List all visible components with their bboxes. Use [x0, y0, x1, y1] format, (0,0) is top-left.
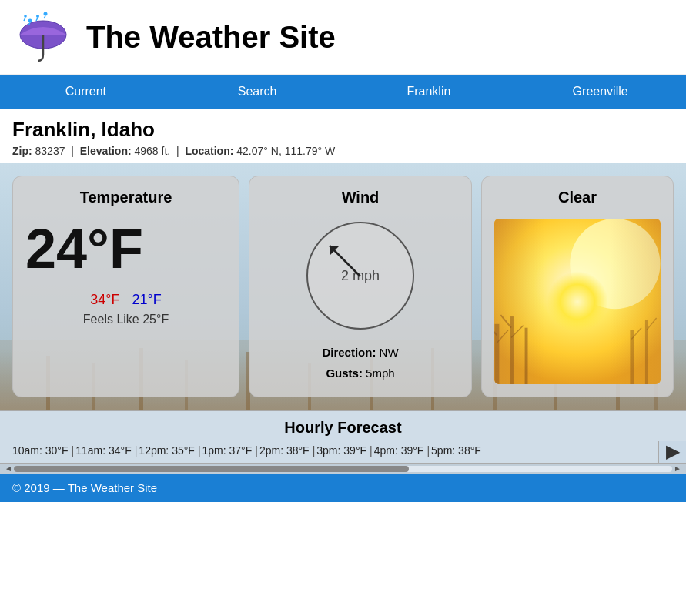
temperature-card: Temperature 24°F 34°F 21°F Feels Like 25… — [12, 176, 239, 397]
svg-rect-15 — [495, 324, 500, 384]
hourly-item: 2pm: 38°F — [259, 444, 310, 457]
nav-item-search[interactable]: Search — [172, 77, 343, 106]
elevation-label: Elevation: — [80, 145, 132, 157]
hourly-items: 10am: 30°F | 11am: 34°F | 12pm: 35°F | 1… — [0, 441, 686, 463]
nav-bar: Current Search Franklin Greenville — [0, 75, 686, 109]
nav-item-franklin[interactable]: Franklin — [343, 77, 515, 106]
hourly-item: 12pm: 35°F — [139, 444, 195, 457]
scroll-right-arrow[interactable]: ► — [672, 464, 683, 473]
sky-card: Clear — [481, 176, 674, 397]
hourly-item: 10am: 30°F — [12, 444, 69, 457]
svg-line-8 — [36, 18, 38, 21]
footer-text: © 2019 — The Weather Site — [12, 481, 157, 494]
hourly-separator: | — [427, 444, 430, 457]
temperature-title: Temperature — [25, 189, 226, 206]
svg-rect-23 — [645, 320, 648, 384]
svg-point-6 — [24, 15, 27, 18]
svg-point-14 — [570, 219, 660, 309]
svg-rect-17 — [525, 328, 528, 384]
svg-rect-13 — [494, 219, 661, 384]
temperature-low: 21°F — [132, 292, 162, 308]
wind-direction-value: NW — [380, 346, 399, 359]
location-section: Franklin, Idaho Zip: 83237 | Elevation: … — [0, 109, 686, 163]
hourly-scroll-container: 10am: 30°F | 11am: 34°F | 12pm: 35°F | 1… — [0, 441, 686, 463]
svg-line-20 — [500, 315, 511, 328]
sky-image — [494, 219, 661, 384]
wind-title: Wind — [262, 189, 459, 206]
site-title: The Weather Site — [86, 20, 336, 55]
svg-line-18 — [494, 324, 497, 336]
wind-card: Wind 2 mph Direction: NW Gusts: 5mph — [249, 176, 472, 397]
hourly-item: 1pm: 37°F — [202, 444, 253, 457]
logo-icon — [12, 6, 74, 68]
weather-section: Temperature 24°F 34°F 21°F Feels Like 25… — [0, 163, 686, 410]
location-meta: Zip: 83237 | Elevation: 4968 ft. | Locat… — [12, 145, 674, 157]
elevation-value: 4968 ft. — [134, 145, 170, 157]
svg-line-25 — [647, 318, 657, 330]
scroll-left-arrow[interactable]: ◄ — [3, 464, 14, 473]
location-name: Franklin, Idaho — [12, 118, 674, 142]
hourly-separator: | — [72, 444, 75, 457]
location-label: Location: — [185, 145, 233, 157]
scrollbar-area[interactable]: ◄ ► — [0, 463, 686, 474]
wind-direction-label: Direction: — [322, 346, 376, 359]
svg-line-19 — [497, 330, 508, 343]
feels-like: Feels Like 25°F — [25, 313, 226, 326]
hourly-section: Hourly Forecast 10am: 30°F | 11am: 34°F … — [0, 410, 686, 474]
hourly-item: 11am: 34°F — [75, 444, 132, 457]
svg-point-4 — [36, 15, 39, 18]
zip-value: 83237 — [35, 145, 65, 157]
svg-line-9 — [44, 16, 45, 19]
sky-title: Clear — [494, 189, 661, 206]
hourly-item: 4pm: 39°F — [374, 444, 424, 457]
svg-line-10 — [24, 18, 25, 21]
hourly-separator: | — [255, 444, 258, 457]
scrollbar-thumb[interactable] — [14, 466, 409, 472]
svg-point-5 — [44, 12, 48, 16]
header: The Weather Site — [0, 0, 686, 75]
svg-rect-16 — [510, 316, 514, 384]
hourly-title: Hourly Forecast — [0, 411, 686, 441]
wind-gusts-value: 5mph — [366, 367, 395, 380]
svg-line-21 — [511, 326, 524, 338]
hourly-next-button[interactable]: ▶ — [658, 441, 686, 463]
temperature-hilo: 34°F 21°F — [25, 292, 226, 308]
zip-label: Zip: — [12, 145, 32, 157]
svg-point-3 — [28, 19, 32, 23]
hourly-separator: | — [135, 444, 138, 457]
svg-rect-22 — [630, 330, 634, 384]
svg-line-24 — [631, 328, 641, 340]
wind-details: Direction: NW Gusts: 5mph — [322, 342, 398, 383]
temperature-value: 24°F — [25, 219, 143, 280]
hourly-separator: | — [370, 444, 373, 457]
location-coords: 42.07° N, 111.79° W — [236, 145, 335, 157]
nav-item-greenville[interactable]: Greenville — [514, 77, 686, 106]
temperature-high: 34°F — [90, 292, 119, 308]
hourly-separator: | — [313, 444, 316, 457]
hourly-item: 5pm: 38°F — [431, 444, 481, 457]
wind-circle: 2 mph — [306, 222, 414, 330]
wind-gusts-label: Gusts: — [326, 367, 363, 380]
footer: © 2019 — The Weather Site — [0, 474, 686, 502]
scrollbar-track[interactable] — [14, 466, 672, 472]
hourly-separator: | — [198, 444, 201, 457]
nav-item-current[interactable]: Current — [0, 77, 172, 106]
hourly-item: 3pm: 39°F — [316, 444, 366, 457]
